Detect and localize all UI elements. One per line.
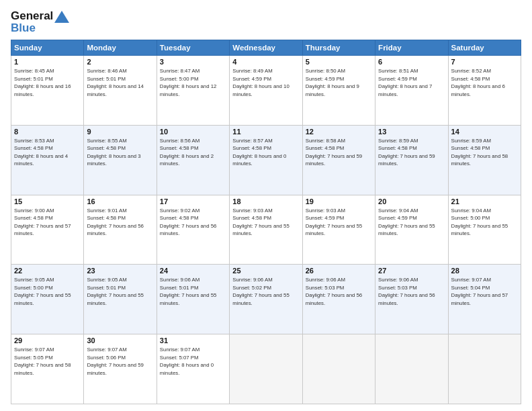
logo-blue: Blue — [11, 21, 69, 35]
day-number: 3 — [160, 58, 226, 66]
day-number: 5 — [306, 58, 372, 66]
day-info: Sunrise: 8:46 AMSunset: 5:01 PMDaylight:… — [87, 68, 144, 97]
day-cell-24: 24 Sunrise: 9:06 AMSunset: 5:01 PMDaylig… — [157, 265, 229, 334]
logo: General Blue — [11, 9, 69, 34]
day-number: 11 — [232, 128, 299, 136]
day-cell-5: 5 Sunrise: 8:50 AMSunset: 4:59 PMDayligh… — [302, 56, 375, 126]
week-row-4: 22 Sunrise: 9:05 AMSunset: 5:00 PMDaylig… — [11, 265, 521, 334]
weekday-header-sunday: Sunday — [11, 40, 84, 56]
weekday-header-monday: Monday — [84, 40, 157, 56]
empty-cell — [302, 334, 375, 404]
day-number: 14 — [451, 128, 518, 136]
day-cell-3: 3 Sunrise: 8:47 AMSunset: 5:00 PMDayligh… — [157, 56, 229, 126]
day-number: 1 — [14, 58, 81, 66]
day-number: 27 — [378, 267, 445, 275]
day-number: 17 — [160, 197, 226, 205]
day-number: 15 — [14, 197, 81, 205]
week-row-5: 29 Sunrise: 9:07 AMSunset: 5:05 PMDaylig… — [11, 334, 521, 404]
day-number: 6 — [378, 58, 445, 66]
weekday-header-saturday: Saturday — [448, 40, 521, 56]
day-number: 2 — [87, 58, 153, 66]
day-cell-8: 8 Sunrise: 8:53 AMSunset: 4:58 PMDayligh… — [11, 125, 84, 195]
empty-cell — [448, 334, 521, 404]
day-number: 12 — [306, 128, 372, 136]
day-number: 22 — [14, 267, 81, 275]
day-info: Sunrise: 9:04 AMSunset: 5:00 PMDaylight:… — [451, 208, 508, 237]
day-info: Sunrise: 8:59 AMSunset: 4:58 PMDaylight:… — [378, 138, 435, 167]
day-number: 23 — [87, 267, 153, 275]
day-info: Sunrise: 9:01 AMSunset: 4:58 PMDaylight:… — [87, 208, 144, 237]
day-cell-17: 17 Sunrise: 9:02 AMSunset: 4:58 PMDaylig… — [157, 195, 229, 265]
day-cell-25: 25 Sunrise: 9:06 AMSunset: 5:02 PMDaylig… — [230, 265, 302, 334]
day-info: Sunrise: 9:05 AMSunset: 5:01 PMDaylight:… — [87, 277, 144, 306]
day-info: Sunrise: 8:58 AMSunset: 4:58 PMDaylight:… — [306, 138, 363, 167]
day-cell-7: 7 Sunrise: 8:52 AMSunset: 4:58 PMDayligh… — [448, 56, 521, 126]
day-info: Sunrise: 9:03 AMSunset: 4:58 PMDaylight:… — [232, 208, 290, 237]
day-cell-29: 29 Sunrise: 9:07 AMSunset: 5:05 PMDaylig… — [11, 334, 84, 404]
day-cell-27: 27 Sunrise: 9:06 AMSunset: 5:03 PMDaylig… — [375, 265, 448, 334]
day-cell-19: 19 Sunrise: 9:03 AMSunset: 4:59 PMDaylig… — [302, 195, 375, 265]
day-number: 9 — [87, 128, 153, 136]
logo-text: General — [11, 9, 69, 23]
day-number: 25 — [232, 267, 299, 275]
day-number: 13 — [378, 128, 445, 136]
day-info: Sunrise: 8:51 AMSunset: 4:59 PMDaylight:… — [378, 68, 432, 97]
day-cell-18: 18 Sunrise: 9:03 AMSunset: 4:58 PMDaylig… — [230, 195, 302, 265]
day-info: Sunrise: 8:49 AMSunset: 4:59 PMDaylight:… — [232, 68, 290, 97]
day-info: Sunrise: 9:06 AMSunset: 5:01 PMDaylight:… — [160, 277, 217, 306]
day-cell-1: 1 Sunrise: 8:45 AMSunset: 5:01 PMDayligh… — [11, 56, 84, 126]
day-number: 24 — [160, 267, 226, 275]
day-number: 20 — [378, 197, 445, 205]
calendar: SundayMondayTuesdayWednesdayThursdayFrid… — [11, 40, 521, 404]
weekday-header-thursday: Thursday — [302, 40, 375, 56]
day-info: Sunrise: 9:06 AMSunset: 5:03 PMDaylight:… — [306, 277, 363, 306]
day-info: Sunrise: 8:59 AMSunset: 4:58 PMDaylight:… — [451, 138, 508, 167]
day-info: Sunrise: 9:07 AMSunset: 5:05 PMDaylight:… — [14, 347, 71, 376]
day-cell-31: 31 Sunrise: 9:07 AMSunset: 5:07 PMDaylig… — [157, 334, 229, 404]
day-cell-10: 10 Sunrise: 8:56 AMSunset: 4:58 PMDaylig… — [157, 125, 229, 195]
day-number: 7 — [451, 58, 518, 66]
weekday-header-wednesday: Wednesday — [230, 40, 302, 56]
day-cell-23: 23 Sunrise: 9:05 AMSunset: 5:01 PMDaylig… — [84, 265, 157, 334]
day-info: Sunrise: 9:06 AMSunset: 5:03 PMDaylight:… — [378, 277, 435, 306]
empty-cell — [230, 334, 302, 404]
day-info: Sunrise: 9:07 AMSunset: 5:07 PMDaylight:… — [160, 347, 214, 376]
day-cell-28: 28 Sunrise: 9:07 AMSunset: 5:04 PMDaylig… — [448, 265, 521, 334]
day-cell-16: 16 Sunrise: 9:01 AMSunset: 4:58 PMDaylig… — [84, 195, 157, 265]
page: General Blue SundayMondayTuesdayWednesda… — [0, 0, 532, 411]
day-info: Sunrise: 9:03 AMSunset: 4:59 PMDaylight:… — [306, 208, 363, 237]
day-info: Sunrise: 9:04 AMSunset: 4:59 PMDaylight:… — [378, 208, 435, 237]
day-cell-11: 11 Sunrise: 8:57 AMSunset: 4:58 PMDaylig… — [230, 125, 302, 195]
day-number: 18 — [232, 197, 299, 205]
day-cell-21: 21 Sunrise: 9:04 AMSunset: 5:00 PMDaylig… — [448, 195, 521, 265]
day-number: 4 — [232, 58, 299, 66]
day-cell-4: 4 Sunrise: 8:49 AMSunset: 4:59 PMDayligh… — [230, 56, 302, 126]
day-cell-30: 30 Sunrise: 9:07 AMSunset: 5:06 PMDaylig… — [84, 334, 157, 404]
day-info: Sunrise: 9:07 AMSunset: 5:06 PMDaylight:… — [87, 347, 144, 376]
day-cell-20: 20 Sunrise: 9:04 AMSunset: 4:59 PMDaylig… — [375, 195, 448, 265]
calendar-body: 1 Sunrise: 8:45 AMSunset: 5:01 PMDayligh… — [11, 56, 521, 404]
day-number: 10 — [160, 128, 226, 136]
week-row-2: 8 Sunrise: 8:53 AMSunset: 4:58 PMDayligh… — [11, 125, 521, 195]
day-info: Sunrise: 9:05 AMSunset: 5:00 PMDaylight:… — [14, 277, 71, 306]
day-info: Sunrise: 8:57 AMSunset: 4:58 PMDaylight:… — [232, 138, 286, 167]
day-number: 28 — [451, 267, 518, 275]
day-cell-13: 13 Sunrise: 8:59 AMSunset: 4:58 PMDaylig… — [375, 125, 448, 195]
day-number: 31 — [160, 336, 226, 345]
day-number: 8 — [14, 128, 81, 136]
week-row-3: 15 Sunrise: 9:00 AMSunset: 4:58 PMDaylig… — [11, 195, 521, 265]
day-info: Sunrise: 9:02 AMSunset: 4:58 PMDaylight:… — [160, 208, 217, 237]
weekday-header-friday: Friday — [375, 40, 448, 56]
day-info: Sunrise: 8:45 AMSunset: 5:01 PMDaylight:… — [14, 68, 71, 97]
day-info: Sunrise: 8:52 AMSunset: 4:58 PMDaylight:… — [451, 68, 505, 97]
day-info: Sunrise: 8:55 AMSunset: 4:58 PMDaylight:… — [87, 138, 140, 167]
day-cell-15: 15 Sunrise: 9:00 AMSunset: 4:58 PMDaylig… — [11, 195, 84, 265]
day-cell-12: 12 Sunrise: 8:58 AMSunset: 4:58 PMDaylig… — [302, 125, 375, 195]
day-number: 19 — [306, 197, 372, 205]
day-info: Sunrise: 9:07 AMSunset: 5:04 PMDaylight:… — [451, 277, 508, 306]
header: General Blue — [11, 9, 521, 34]
day-cell-9: 9 Sunrise: 8:55 AMSunset: 4:58 PMDayligh… — [84, 125, 157, 195]
day-number: 16 — [87, 197, 153, 205]
day-cell-14: 14 Sunrise: 8:59 AMSunset: 4:58 PMDaylig… — [448, 125, 521, 195]
empty-cell — [375, 334, 448, 404]
